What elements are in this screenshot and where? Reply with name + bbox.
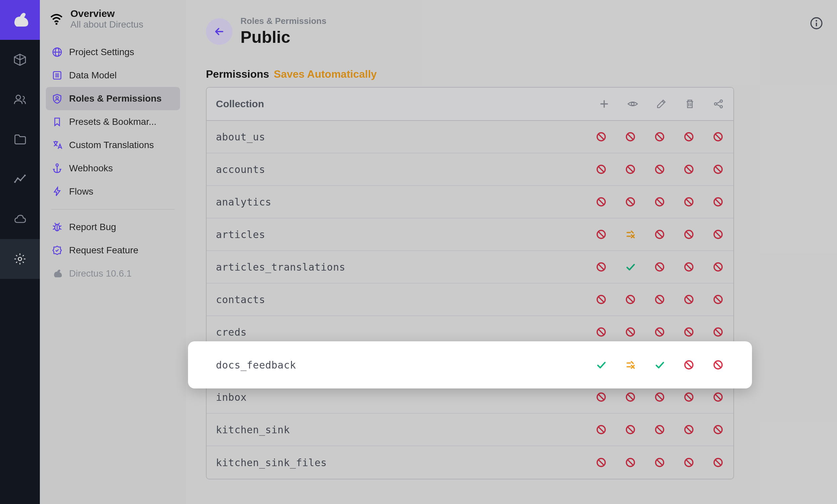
perm-deny[interactable] bbox=[595, 261, 607, 273]
perm-deny[interactable] bbox=[683, 131, 695, 143]
table-row[interactable]: about_us bbox=[207, 121, 733, 154]
info-button[interactable] bbox=[809, 16, 824, 31]
sidebar-item-report-bug[interactable]: Report Bug bbox=[46, 215, 180, 239]
page-title: Public bbox=[241, 28, 326, 47]
rail-users[interactable] bbox=[0, 80, 40, 120]
permissions-label: Permissions bbox=[206, 68, 269, 80]
perm-deny[interactable] bbox=[654, 229, 665, 240]
main-content: Roles & Permissions Public Permissions S… bbox=[186, 0, 796, 504]
badge-icon bbox=[51, 245, 63, 256]
perm-allow[interactable] bbox=[624, 261, 636, 273]
perm-deny[interactable] bbox=[595, 163, 607, 175]
perm-deny[interactable] bbox=[624, 424, 636, 436]
perm-deny[interactable] bbox=[595, 424, 607, 436]
perm-deny[interactable] bbox=[712, 391, 724, 403]
logo[interactable] bbox=[0, 0, 40, 40]
perm-deny[interactable] bbox=[712, 229, 724, 240]
perm-deny[interactable] bbox=[654, 391, 665, 403]
perm-deny[interactable] bbox=[712, 196, 724, 208]
rail-content[interactable] bbox=[0, 40, 40, 80]
sidebar-item-project-settings[interactable]: Project Settings bbox=[46, 40, 180, 64]
perm-deny[interactable] bbox=[712, 326, 724, 338]
rail-files[interactable] bbox=[0, 120, 40, 159]
sidebar-item-data-model[interactable]: Data Model bbox=[46, 64, 180, 87]
sidebar-item-presets-bookmar-[interactable]: Presets & Bookmar... bbox=[46, 110, 180, 133]
rail-insights[interactable] bbox=[0, 159, 40, 199]
table-row[interactable]: kitchen_sink bbox=[207, 414, 733, 446]
breadcrumb[interactable]: Roles & Permissions bbox=[241, 16, 326, 26]
perm-deny[interactable] bbox=[654, 424, 665, 436]
perm-allow[interactable] bbox=[654, 359, 665, 371]
perm-deny[interactable] bbox=[712, 261, 724, 273]
perm-deny[interactable] bbox=[683, 391, 695, 403]
perm-deny[interactable] bbox=[654, 456, 665, 468]
perm-deny[interactable] bbox=[712, 131, 724, 143]
table-row[interactable]: articles bbox=[207, 218, 733, 251]
perm-deny[interactable] bbox=[624, 456, 636, 468]
rail-settings[interactable] bbox=[0, 239, 40, 279]
perm-deny[interactable] bbox=[654, 261, 665, 273]
perm-deny[interactable] bbox=[654, 196, 665, 208]
table-row[interactable]: articles_translations bbox=[207, 251, 733, 284]
perm-deny[interactable] bbox=[683, 196, 695, 208]
perm-deny[interactable] bbox=[654, 326, 665, 338]
perm-deny[interactable] bbox=[654, 131, 665, 143]
table-row[interactable]: accounts bbox=[207, 154, 733, 186]
bolt-icon bbox=[51, 186, 63, 197]
collection-name: accounts bbox=[216, 164, 595, 175]
sidebar-item-label: Presets & Bookmar... bbox=[69, 116, 157, 127]
bug-icon bbox=[51, 221, 63, 233]
perm-deny[interactable] bbox=[712, 456, 724, 468]
sidebar-item-custom-translations[interactable]: Custom Translations bbox=[46, 133, 180, 157]
perm-partial[interactable] bbox=[624, 359, 636, 371]
delete-icon bbox=[684, 98, 695, 110]
perm-deny[interactable] bbox=[712, 359, 724, 371]
info-sidebar bbox=[796, 0, 837, 504]
perm-deny[interactable] bbox=[654, 163, 665, 175]
back-button[interactable] bbox=[206, 18, 232, 45]
sidebar-item-webhooks[interactable]: Webhooks bbox=[46, 157, 180, 180]
perm-deny[interactable] bbox=[624, 326, 636, 338]
perm-deny[interactable] bbox=[595, 391, 607, 403]
perm-deny[interactable] bbox=[683, 424, 695, 436]
perm-deny[interactable] bbox=[595, 456, 607, 468]
perm-deny[interactable] bbox=[624, 163, 636, 175]
sidebar-item-label: Flows bbox=[69, 186, 93, 197]
perm-deny[interactable] bbox=[683, 261, 695, 273]
perm-deny[interactable] bbox=[683, 456, 695, 468]
highlighted-row[interactable]: docs_feedback bbox=[188, 341, 752, 389]
perm-deny[interactable] bbox=[712, 424, 724, 436]
perm-deny[interactable] bbox=[595, 229, 607, 240]
perm-deny[interactable] bbox=[683, 293, 695, 305]
collection-name: kitchen_sink bbox=[216, 424, 595, 436]
perm-deny[interactable] bbox=[595, 326, 607, 338]
rail-cloud[interactable] bbox=[0, 199, 40, 239]
perm-deny[interactable] bbox=[624, 196, 636, 208]
anchor-icon bbox=[51, 163, 63, 174]
sidebar-item-request-feature[interactable]: Request Feature bbox=[46, 239, 180, 262]
table-row[interactable]: contacts bbox=[207, 284, 733, 316]
perm-allow[interactable] bbox=[595, 359, 607, 371]
perm-partial[interactable] bbox=[624, 229, 636, 240]
sidebar-item-flows[interactable]: Flows bbox=[46, 180, 180, 203]
perm-deny[interactable] bbox=[624, 131, 636, 143]
sidebar-item-label: Data Model bbox=[69, 70, 117, 81]
perm-deny[interactable] bbox=[683, 326, 695, 338]
perm-deny[interactable] bbox=[683, 229, 695, 240]
perm-deny[interactable] bbox=[654, 293, 665, 305]
perm-deny[interactable] bbox=[683, 163, 695, 175]
table-row[interactable]: kitchen_sink_files bbox=[207, 446, 733, 479]
perm-deny[interactable] bbox=[595, 293, 607, 305]
perm-deny[interactable] bbox=[624, 391, 636, 403]
permissions-table: Collection about_usaccountsanalyticsarti… bbox=[206, 87, 734, 480]
perm-deny[interactable] bbox=[712, 293, 724, 305]
perm-deny[interactable] bbox=[595, 196, 607, 208]
perm-deny[interactable] bbox=[712, 163, 724, 175]
perm-deny[interactable] bbox=[624, 293, 636, 305]
perm-deny[interactable] bbox=[683, 359, 695, 371]
sidebar-header[interactable]: Overview All about Directus bbox=[40, 0, 186, 38]
sidebar-item-roles-permissions[interactable]: Roles & Permissions bbox=[46, 87, 180, 110]
table-row[interactable]: analytics bbox=[207, 186, 733, 218]
perm-deny[interactable] bbox=[595, 131, 607, 143]
rabbit-icon bbox=[51, 268, 63, 279]
